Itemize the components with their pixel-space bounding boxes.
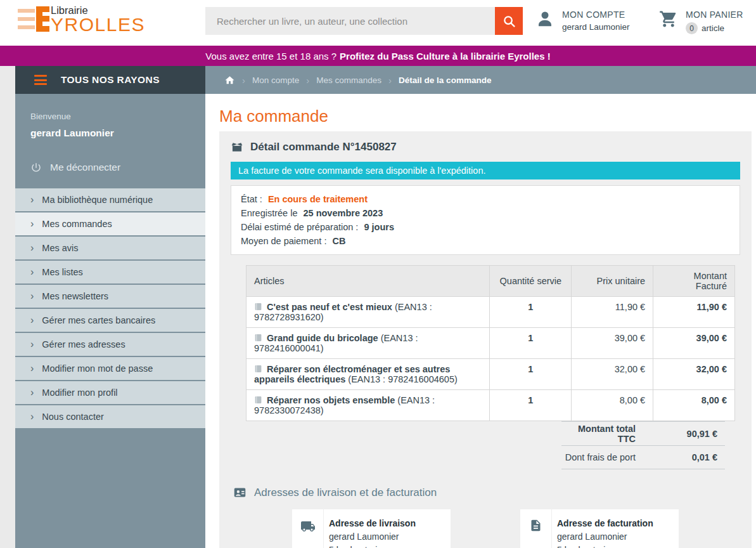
col-header-unit-price: Prix unitaire — [572, 266, 653, 297]
article-title[interactable]: C'est pas neuf et c'est mieux — [267, 302, 392, 312]
search-icon — [502, 14, 516, 29]
chevron-right-icon: › — [30, 339, 34, 349]
account-label: MON COMPTE — [562, 10, 630, 20]
truck-icon — [300, 519, 316, 534]
account-sidebar: Bienvenue gerard Laumonier Me déconnecte… — [15, 94, 205, 548]
sidebar-item-cartes-bancaires[interactable]: › Gérer mes cartes bancaires — [15, 309, 205, 332]
sidebar-item-listes[interactable]: › Mes listes — [15, 261, 205, 284]
chevron-right-icon: › — [242, 75, 245, 86]
search-bar — [205, 7, 523, 35]
shipping-value: 0,01 € — [643, 452, 725, 462]
article-title[interactable]: Réparer nos objets ensemble — [267, 395, 395, 405]
breadcrumb-mon-compte[interactable]: Mon compte — [252, 75, 299, 85]
sidebar-item-label: Modifier mon profil — [42, 388, 117, 398]
sidebar-item-bibliotheque[interactable]: › Ma bibliothèque numérique — [15, 188, 205, 211]
user-icon — [535, 10, 554, 29]
registered-value: 25 novembre 2023 — [304, 208, 383, 218]
breadcrumb-mes-commandes[interactable]: Mes commandes — [316, 75, 381, 85]
col-header-qty: Quantité servie — [490, 266, 572, 297]
logo-bar-icon — [18, 17, 35, 21]
sidebar-item-label: Gérer mes cartes bancaires — [42, 315, 155, 325]
power-icon — [30, 162, 42, 173]
article-qty: 1 — [490, 297, 572, 328]
home-icon[interactable] — [224, 75, 235, 86]
billing-address-card: Adresse de facturation gerard Laumonier … — [520, 509, 679, 548]
chevron-right-icon: › — [388, 75, 392, 86]
breadcrumb: › Mon compte › Mes commandes › Détail de… — [205, 66, 756, 94]
sidebar-item-label: Mes newsletters — [42, 291, 108, 301]
shipping-address-card: Adresse de livraison gerard Laumonier 5 … — [292, 509, 451, 548]
book-icon — [254, 333, 262, 342]
banner-text-bold: Profitez du Pass Culture à la librairie … — [340, 51, 551, 62]
chevron-right-icon: › — [30, 315, 34, 325]
all-departments-button[interactable]: TOUS NOS RAYONS — [15, 66, 205, 94]
order-totals: Montant total TTC 90,91 € Dont frais de … — [561, 421, 725, 469]
sidebar-item-label: Gérer mes adresses — [42, 339, 125, 349]
sidebar-item-label: Nous contacter — [42, 412, 104, 422]
table-row: Réparer nos objets ensemble (EAN13 : 978… — [247, 390, 735, 421]
article-qty: 1 — [490, 328, 572, 359]
welcome-label: Bienvenue — [30, 112, 190, 121]
logout-label: Me déconnecter — [50, 162, 120, 173]
sidebar-item-avis[interactable]: › Mes avis — [15, 237, 205, 259]
logo-bar-icon — [18, 9, 35, 13]
article-amount: 39,00 € — [653, 328, 735, 359]
sidebar-item-contact[interactable]: › Nous contacter — [15, 405, 205, 428]
header: Librairie YROLLES MON COMPTE gerard Laum… — [0, 0, 756, 46]
address-line: gerard Laumonier — [557, 530, 653, 544]
sidebar-item-label: Mes commandes — [42, 219, 112, 229]
delay-value: 9 jours — [364, 222, 394, 232]
banner-text: Vous avez entre 15 et 18 ans ? — [205, 51, 336, 62]
order-payment-line: Moyen de paiement : CB — [241, 234, 730, 248]
total-ttc-label: Montant total TTC — [561, 424, 643, 444]
rayons-label: TOUS NOS RAYONS — [61, 74, 160, 86]
status-value: En cours de traitement — [268, 194, 368, 204]
registered-label: Enregistrée le — [241, 208, 297, 218]
article-title[interactable]: Grand guide du bricolage — [267, 333, 378, 343]
cart-menu[interactable]: MON PANIER 0 article — [659, 10, 743, 34]
addresses-heading: Adresses de livraison et de facturation — [254, 486, 437, 499]
chevron-right-icon: › — [306, 75, 309, 86]
logo-bar-icon — [18, 25, 35, 29]
sidebar-item-mot-de-passe[interactable]: › Modifier mon mot de passe — [15, 357, 205, 380]
chevron-right-icon: › — [30, 412, 34, 422]
account-user: gerard Laumonier — [562, 22, 630, 32]
address-line: 5 la chanterie — [329, 544, 416, 548]
book-icon — [254, 302, 262, 311]
article-unit-price: 39,00 € — [572, 328, 653, 359]
chevron-right-icon: › — [30, 267, 34, 277]
table-row: C'est pas neuf et c'est mieux (EAN13 : 9… — [247, 297, 735, 328]
eyrolles-logo[interactable]: Librairie YROLLES — [18, 6, 154, 39]
chevron-right-icon: › — [30, 195, 34, 205]
col-header-amount: Montant Facturé — [653, 266, 735, 297]
shipping-label: Dont frais de port — [561, 452, 643, 462]
open-box-icon — [231, 141, 243, 153]
logout-button[interactable]: Me déconnecter — [30, 162, 190, 173]
cart-icon — [659, 10, 678, 29]
sidebar-item-adresses[interactable]: › Gérer mes adresses — [15, 333, 205, 356]
payment-label: Moyen de paiement : — [241, 236, 326, 246]
account-menu[interactable]: MON COMPTE gerard Laumonier — [535, 10, 630, 32]
sidebar-item-commandes[interactable]: › Mes commandes — [15, 212, 205, 235]
article-amount: 8,00 € — [653, 390, 735, 421]
pass-culture-banner[interactable]: Vous avez entre 15 et 18 ans ? Profitez … — [0, 46, 756, 66]
sidebar-item-label: Mes avis — [42, 243, 78, 253]
cart-unit: article — [702, 23, 724, 33]
article-unit-price: 8,00 € — [572, 390, 653, 421]
article-unit-price: 32,00 € — [572, 359, 653, 390]
sidebar-item-profil[interactable]: › Modifier mon profil — [15, 381, 205, 404]
sidebar-item-label: Ma bibliothèque numérique — [42, 195, 153, 205]
chevron-right-icon: › — [30, 291, 34, 301]
order-date-line: Enregistrée le 25 novembre 2023 — [241, 206, 730, 220]
address-line: 5 la chanterie — [557, 544, 653, 548]
cart-label: MON PANIER — [686, 10, 743, 20]
search-button[interactable] — [495, 7, 523, 35]
sidebar-item-newsletters[interactable]: › Mes newsletters — [15, 285, 205, 308]
search-input[interactable] — [205, 7, 495, 35]
article-ean: (EAN13 : 9782416004605) — [348, 374, 458, 384]
order-status-box: État : En cours de traitement Enregistré… — [231, 185, 740, 255]
book-icon — [254, 364, 262, 374]
sidebar-item-label: Modifier mon mot de passe — [42, 363, 153, 374]
article-amount: 32,00 € — [653, 359, 735, 390]
sidebar-item-label: Mes listes — [42, 267, 82, 277]
